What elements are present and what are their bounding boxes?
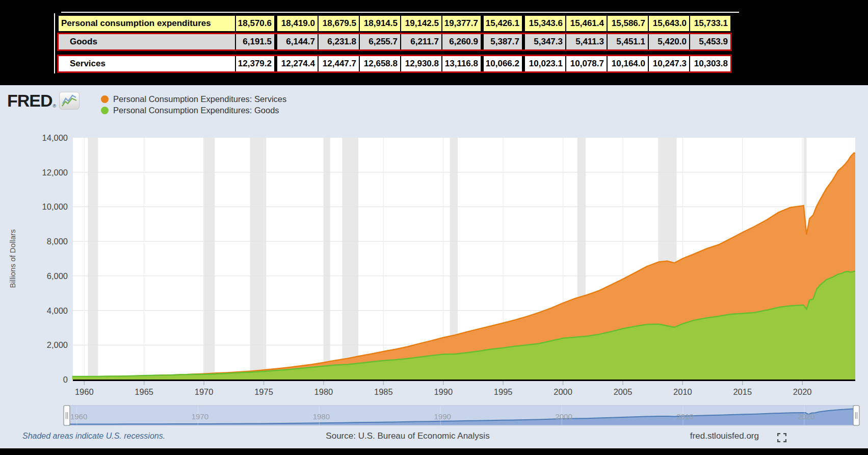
recession-band	[342, 138, 358, 380]
fred-logo[interactable]: FRED®	[7, 92, 80, 110]
table-cell[interactable]: 6,191.5	[236, 34, 276, 49]
y-axis-title: Billions of Dollars	[8, 229, 17, 288]
x-tick-label: 1965	[135, 387, 153, 396]
table-cell[interactable]: 10,023.1	[525, 56, 565, 71]
table-cell[interactable]: 15,643.0	[649, 16, 689, 31]
table-cell[interactable]: 12,274.4	[277, 56, 318, 71]
table-cell[interactable]: 10,247.3	[649, 56, 689, 71]
x-tick-label: 1985	[374, 387, 393, 396]
slider-decade-label: 1960	[70, 412, 87, 421]
table-cell[interactable]: 6,255.7	[360, 34, 400, 49]
table-cell[interactable]: 12,379.2	[236, 56, 276, 71]
y-tick-label: 2,000	[47, 340, 68, 349]
slider-decade-label: 1990	[434, 412, 451, 421]
slider-handle-left[interactable]	[64, 406, 70, 425]
table-cell[interactable]: 5,387.7	[484, 34, 524, 49]
fred-site-link[interactable]: fred.stlouisfed.org	[690, 431, 759, 441]
x-tick-label: 1970	[195, 387, 214, 396]
fred-logo-text: FRED	[7, 92, 52, 109]
legend-item-services: Personal Consumption Expenditures: Servi…	[101, 93, 286, 105]
table-cell[interactable]: 10,303.8	[690, 56, 730, 71]
slider-decade-label: 2010	[676, 412, 693, 421]
y-tick-label: 0	[63, 375, 68, 384]
legend-label-goods: Personal Consumption Expenditures: Goods	[113, 106, 279, 115]
x-tick-label: 1960	[75, 387, 94, 396]
slider-handle-right[interactable]	[853, 406, 859, 425]
grid-line-top	[61, 12, 739, 13]
row-label[interactable]: Goods	[59, 34, 235, 49]
x-tick-label: 1980	[314, 387, 333, 396]
table-cell[interactable]: 15,586.7	[608, 16, 648, 31]
table-cell[interactable]: 15,343.6	[525, 16, 565, 31]
x-tick-label: 1990	[434, 387, 453, 396]
x-tick-label: 2005	[614, 387, 633, 396]
table-cell[interactable]: 5,451.1	[608, 34, 648, 49]
table-cell[interactable]: 18,570.6	[236, 16, 276, 31]
x-axis-line	[73, 380, 855, 381]
pce-area-chart: 1960196519701975198019851990199520002005…	[0, 85, 868, 448]
table-cell[interactable]: 12,447.7	[319, 56, 359, 71]
recession-band	[203, 138, 215, 380]
table-row-total: Personal consumption expenditures18,570.…	[57, 14, 732, 33]
x-tick-label: 1975	[254, 387, 273, 396]
table-cell[interactable]: 10,078.7	[566, 56, 607, 71]
recession-band	[88, 138, 98, 380]
table-cell[interactable]: 6,144.7	[277, 34, 318, 49]
table-cell[interactable]: 10,164.0	[608, 56, 648, 71]
recession-note: Shaded areas indicate U.S. recessions.	[22, 432, 165, 441]
goods-legend-dot-icon	[101, 107, 109, 114]
legend-label-services: Personal Consumption Expenditures: Servi…	[113, 94, 286, 104]
table-cell[interactable]: 5,411.3	[566, 34, 607, 49]
table-cell[interactable]: 5,347.3	[525, 34, 565, 49]
table-row-services: Services12,379.212,274.412,447.712,658.8…	[57, 55, 732, 73]
table-cell[interactable]: 18,419.0	[277, 16, 318, 31]
grid-line-left	[54, 13, 55, 73]
pce-data-table: Personal consumption expenditures18,570.…	[57, 14, 732, 73]
fullscreen-icon[interactable]	[777, 433, 786, 442]
y-tick-label: 14,000	[42, 133, 68, 142]
fred-chart-panel: 1960196519701975198019851990199520002005…	[0, 85, 868, 448]
x-tick-label: 2015	[733, 387, 752, 396]
x-tick-label: 2000	[554, 387, 572, 396]
table-cell[interactable]: 6,211.7	[401, 34, 441, 49]
table-cell[interactable]: 19,377.7	[442, 16, 483, 31]
table-cell[interactable]: 15,733.1	[690, 16, 730, 31]
legend-item-goods: Personal Consumption Expenditures: Goods	[101, 105, 286, 116]
fred-registered-mark: ®	[53, 104, 57, 109]
row-label[interactable]: Personal consumption expenditures	[59, 16, 235, 31]
source-text: Source: U.S. Bureau of Economic Analysis	[326, 431, 489, 441]
table-cell[interactable]: 19,142.5	[401, 16, 441, 31]
table-cell[interactable]: 10,066.2	[484, 56, 524, 71]
slider-decade-label: 2020	[798, 412, 814, 421]
table-cell[interactable]: 5,453.9	[690, 34, 730, 49]
y-tick-label: 8,000	[47, 237, 68, 246]
table-cell[interactable]: 12,658.8	[360, 56, 400, 71]
x-tick-label: 2010	[673, 387, 692, 396]
row-label[interactable]: Services	[59, 56, 235, 71]
slider-decade-label: 1970	[192, 412, 208, 421]
table-cell[interactable]: 18,679.5	[319, 16, 359, 31]
x-tick-label: 2020	[793, 387, 812, 396]
slider-decade-label: 2000	[555, 412, 572, 421]
table-cell[interactable]: 6,260.9	[442, 34, 483, 49]
table-cell[interactable]: 15,461.4	[566, 16, 607, 31]
table-cell[interactable]: 13,116.8	[442, 56, 483, 71]
y-tick-label: 10,000	[42, 202, 68, 211]
table-cell[interactable]: 18,914.5	[360, 16, 400, 31]
table-cell[interactable]: 5,420.0	[649, 34, 689, 49]
y-tick-label: 6,000	[47, 271, 68, 281]
x-tick-label: 1995	[494, 387, 513, 396]
recession-band	[324, 138, 330, 380]
slider-decade-label: 1980	[313, 412, 330, 421]
table-cell[interactable]: 15,426.1	[484, 16, 524, 31]
table-cell[interactable]: 12,930.8	[401, 56, 441, 71]
table-cell[interactable]: 6,231.8	[319, 34, 359, 49]
y-tick-label: 12,000	[42, 168, 68, 177]
y-tick-label: 4,000	[47, 306, 68, 315]
fred-sparkline-icon	[59, 92, 80, 110]
services-legend-dot-icon	[101, 95, 109, 103]
chart-legend: Personal Consumption Expenditures: Servi…	[101, 93, 286, 116]
table-row-goods: Goods6,191.56,144.76,231.86,255.76,211.7…	[57, 33, 732, 51]
